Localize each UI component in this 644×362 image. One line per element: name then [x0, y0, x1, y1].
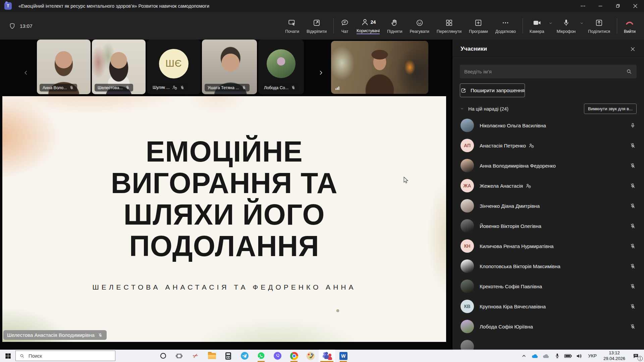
toolbar-button-chat[interactable]: Чат [337, 18, 353, 34]
participant-row[interactable]: Анна Володимирівна Федоренко [452, 156, 644, 176]
video-tile[interactable]: Анна Воло... [37, 40, 91, 94]
file-explorer-icon [208, 353, 216, 359]
tray-expand-button[interactable] [520, 352, 528, 360]
taskbar-clock[interactable]: 13:12 29.04.2026 [601, 350, 628, 362]
camera-options-chevron-icon[interactable] [548, 21, 553, 26]
taskbar-app-word[interactable]: W [335, 350, 352, 362]
window-minimize-button[interactable] [592, 0, 609, 12]
toolbar-button-participants[interactable]: 24 Користувачі [353, 17, 383, 34]
mic-muted-icon[interactable] [630, 183, 636, 189]
participant-row[interactable]: АПАнастасія Петренко [452, 135, 644, 156]
toolbar-button-react[interactable]: Реагувати [406, 18, 433, 34]
mic-muted-icon[interactable] [630, 283, 636, 290]
whatsapp-icon [257, 352, 265, 360]
video-tile[interactable]: Лобода Со... [258, 40, 304, 94]
participant-row[interactable]: КНКиличова Рената Нурмиратівна [452, 236, 644, 256]
in-this-meeting-section[interactable]: На цій нараді (24) [460, 106, 508, 112]
mic-icon[interactable] [630, 122, 636, 129]
taskbar-app-telegram[interactable] [236, 350, 253, 362]
participant-row[interactable]: Лобода Софія Юріївна [452, 316, 644, 337]
language-indicator[interactable]: УКР [586, 353, 598, 358]
tray-microphone-icon[interactable] [553, 352, 561, 360]
mic-muted-icon[interactable] [630, 243, 636, 249]
avatar [461, 259, 474, 273]
participants-list: Ніколаєнко Ольга ВасилівнаАПАнастасія Пе… [452, 115, 644, 350]
taskbar-app-teams[interactable] [319, 350, 335, 362]
slide-subtitle: ШЕЛЕСТОВА АНАСТАСІЯ ТА ФЕДОРЕНКО АННА [2, 283, 446, 291]
toolbar-button-start-presenting[interactable]: Почати [281, 18, 303, 34]
mic-muted-icon[interactable] [630, 203, 636, 209]
taskbar-app-whatsapp[interactable] [253, 350, 269, 362]
toolbar-button-view[interactable]: Переглянути [433, 18, 465, 34]
mic-muted-icon[interactable] [630, 142, 636, 149]
toolbar-button-unpin[interactable]: Відкріпити [303, 18, 330, 34]
taskbar-search-box[interactable]: Поиск [15, 351, 115, 361]
mute-all-button[interactable]: Вимкнути звук для в... [584, 104, 637, 114]
participant-row[interactable]: Клопотовська Вікторія Максимівна [452, 256, 644, 276]
window-more-button[interactable] [574, 0, 592, 12]
cortana-icon [160, 353, 166, 359]
mic-muted-icon[interactable] [630, 223, 636, 229]
panel-close-icon[interactable] [630, 46, 636, 52]
taskbar-app-file-explorer[interactable] [204, 350, 220, 362]
slide-title: ЕМОЦІЙНЕ ВИГОРАННЯ ТА ШЛЯХИ ЙОГО ПОДОЛАН… [9, 136, 439, 262]
scroll-left-chevron-icon[interactable] [22, 69, 30, 76]
cortana-button[interactable] [155, 350, 171, 362]
participant-row[interactable]: Крекотень Софія Павлівна [452, 276, 644, 296]
speaker-icon[interactable] [575, 352, 584, 360]
mic-muted-icon[interactable] [630, 263, 636, 269]
window-title: «Емоційний інтелект як ресурс ментальног… [18, 3, 209, 9]
active-speaker-tile[interactable] [331, 41, 428, 94]
avatar [461, 340, 474, 350]
task-view-button[interactable] [171, 350, 187, 362]
toolbar-button-share[interactable]: Поділитися [584, 18, 614, 34]
search-icon [19, 353, 25, 359]
share-invite-button[interactable]: Поширити запрошення [460, 83, 525, 97]
meeting-toolbar: 13:07 Почати Відкріпити Чат 24 Користува… [0, 12, 644, 40]
participant-name: Ніколаєнко Ольга Василівна [480, 123, 546, 128]
panel-title: Учасники [461, 46, 487, 52]
shared-presentation-slide: ЕМОЦІЙНЕ ВИГОРАННЯ ТА ШЛЯХИ ЙОГО ПОДОЛАН… [2, 96, 446, 342]
tile-participant-name: Шелестова... [98, 85, 123, 90]
participant-row[interactable]: ЖАЖежела Анастасія [452, 176, 644, 196]
taskbar-app-paint[interactable] [302, 350, 319, 362]
apps-icon [474, 18, 483, 27]
toolbar-button-raise-hand[interactable]: Підняти [383, 18, 406, 34]
participant-row[interactable]: Йовенко Вікторія Олегівна [452, 216, 644, 236]
taskbar-app-viber[interactable] [269, 350, 286, 362]
mic-muted-icon[interactable] [630, 163, 636, 169]
toolbar-button-apps[interactable]: Програми [465, 18, 492, 34]
teams-icon [322, 352, 332, 360]
mic-muted-icon [98, 333, 103, 338]
avatar [461, 280, 474, 293]
toolbar-button-microphone[interactable]: Мікрофон [553, 18, 580, 34]
toolbar-button-leave[interactable]: Вийти [620, 18, 639, 34]
window-restore-button[interactable] [609, 0, 627, 12]
cloud-icon[interactable] [542, 352, 550, 360]
mic-muted-icon[interactable] [630, 323, 636, 330]
toolbar-button-more[interactable]: Додатково [492, 18, 520, 34]
participants-search-input[interactable] [460, 65, 637, 78]
onedrive-icon[interactable] [531, 352, 539, 360]
participant-row[interactable]: КВКрупнова Кіра Вячеславівна [452, 296, 644, 316]
window-close-button[interactable] [627, 0, 644, 12]
taskbar-app-calculator[interactable] [220, 350, 236, 362]
tile-participant-name: Шуляк ... [153, 85, 170, 90]
participant-row[interactable]: Зінченко Діана Дмитрівна [452, 196, 644, 216]
battery-icon[interactable] [564, 352, 573, 360]
start-button[interactable] [0, 350, 15, 362]
tile-participant-name: Лобода Со... [264, 85, 288, 90]
taskbar-app-chrome[interactable] [286, 350, 302, 362]
participant-row[interactable]: Ніколаєнко Ольга Василівна [452, 115, 644, 135]
shield-icon [9, 22, 16, 29]
taskbar-app-snipping-tool[interactable]: ✂ [187, 350, 204, 362]
video-tile[interactable]: ШЄ Шуляк ... [147, 40, 201, 94]
action-center-button[interactable]: 1 [630, 352, 641, 360]
video-tile[interactable]: Шелестова... [92, 40, 146, 94]
participant-row-partial[interactable] [452, 337, 644, 350]
scroll-right-chevron-icon[interactable] [317, 69, 325, 76]
video-tile[interactable]: Ушата Тетяна ... [202, 40, 257, 94]
toolbar-button-camera[interactable]: Камера [526, 18, 548, 34]
mic-muted-icon[interactable] [630, 303, 636, 310]
microphone-options-chevron-icon[interactable] [579, 21, 584, 26]
